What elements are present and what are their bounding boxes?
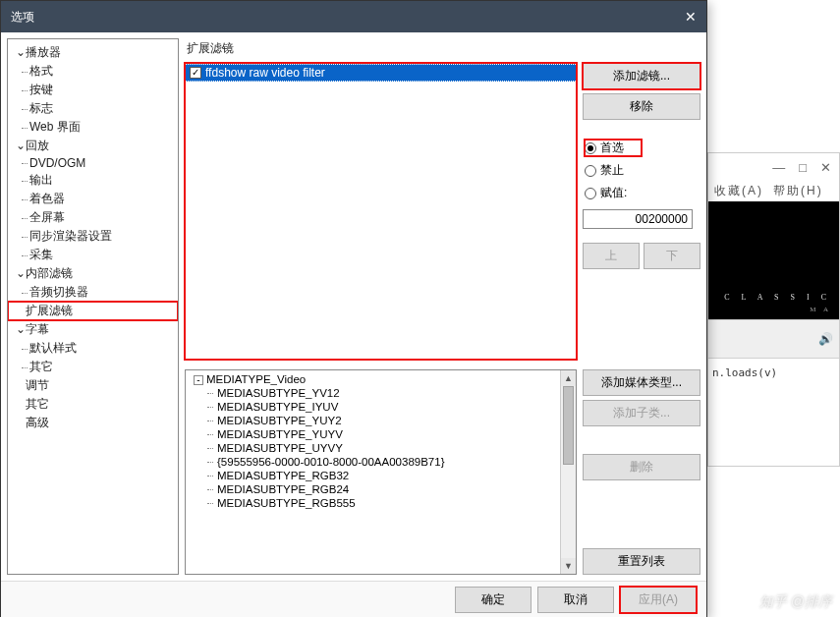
radio-icon	[585, 188, 596, 199]
bg-code-line: n.loads(v)	[708, 359, 839, 387]
filter-row[interactable]: ffdshow raw video filter	[186, 64, 576, 82]
tree-subtitles[interactable]: ⌄字幕	[8, 320, 178, 339]
radio-icon	[585, 165, 596, 177]
media-item[interactable]: MEDIASUBTYPE_IYUV	[188, 400, 574, 414]
media-item[interactable]: MEDIASUBTYPE_RGB32	[188, 469, 574, 482]
dialog-titlebar: 选项 ✕	[1, 1, 706, 32]
tree-default-style[interactable]: 默认样式	[8, 339, 178, 358]
scrollbar[interactable]: ▲ ▼	[560, 370, 576, 574]
close-icon[interactable]: ✕	[685, 9, 697, 25]
options-dialog: 选项 ✕ ⌄播放器 格式 按键 标志 Web 界面 ⌄回放 DVD/OGM 输出…	[0, 0, 707, 617]
merit-input[interactable]	[583, 209, 693, 229]
tree-playback[interactable]: ⌄回放	[8, 137, 178, 155]
player-logo-sub: M A	[810, 306, 831, 313]
scroll-up-icon[interactable]: ▲	[561, 370, 576, 386]
reset-list-button[interactable]: 重置列表	[583, 548, 700, 575]
tree-misc[interactable]: 其它	[8, 395, 178, 414]
player-logo: C L A S S I C	[724, 293, 831, 302]
filter-checkbox[interactable]	[190, 67, 201, 79]
volume-icon[interactable]: 🔊	[818, 332, 833, 346]
tree-external-filters[interactable]: 扩展滤镜	[8, 302, 178, 320]
media-item[interactable]: MEDIASUBTYPE_UYVY	[188, 441, 574, 455]
external-filter-list[interactable]: ffdshow raw video filter	[185, 63, 577, 360]
add-subtype-button[interactable]: 添加子类...	[583, 400, 700, 426]
bgwin-titlebar: — □ ✕	[708, 153, 839, 181]
watermark: 知乎 @排序	[759, 593, 832, 611]
tree-sync-renderer[interactable]: 同步渲染器设置	[8, 227, 178, 246]
tree-dvd[interactable]: DVD/OGM	[8, 155, 178, 171]
tree-advanced[interactable]: 高级	[8, 414, 178, 432]
radio-merit[interactable]: 赋值:	[585, 185, 700, 201]
video-area: C L A S S I C M A	[708, 201, 839, 319]
media-type-tree[interactable]: -MEDIATYPE_Video MEDIASUBTYPE_YV12 MEDIA…	[185, 369, 577, 575]
media-item[interactable]: MEDIASUBTYPE_RGB24	[188, 482, 574, 496]
move-down-button[interactable]: 下	[644, 243, 700, 269]
maximize-icon[interactable]: □	[799, 160, 807, 175]
media-item[interactable]: {59555956-0000-0010-8000-00AA00389B71}	[188, 455, 574, 469]
media-item[interactable]: MEDIASUBTYPE_RGB555	[188, 496, 574, 510]
tree-internal-filters[interactable]: ⌄内部滤镜	[8, 264, 178, 283]
dialog-title-text: 选项	[11, 9, 34, 26]
filter-label: ffdshow raw video filter	[205, 66, 325, 80]
tree-audio-switcher[interactable]: 音频切换器	[8, 283, 178, 302]
background-player-window: — □ ✕ 收藏(A) 帮助(H) C L A S S I C M A 🔊 n.…	[707, 152, 840, 467]
tree-logo[interactable]: 标志	[8, 99, 178, 118]
radio-block[interactable]: 禁止	[585, 162, 700, 179]
radio-icon	[585, 142, 596, 154]
apply-button[interactable]: 应用(A)	[620, 587, 697, 613]
ok-button[interactable]: 确定	[455, 587, 532, 613]
tree-shaders[interactable]: 着色器	[8, 190, 178, 208]
tree-subs-misc[interactable]: 其它	[8, 358, 178, 376]
delete-media-button[interactable]: 删除	[583, 454, 700, 480]
radio-prefer[interactable]: 首选	[585, 140, 642, 156]
add-media-type-button[interactable]: 添加媒体类型...	[583, 369, 700, 396]
scroll-down-icon[interactable]: ▼	[561, 558, 576, 574]
tree-capture[interactable]: 采集	[8, 246, 178, 264]
tree-webui[interactable]: Web 界面	[8, 118, 178, 137]
minimize-icon[interactable]: —	[772, 160, 785, 175]
bgwin-menubar: 收藏(A) 帮助(H)	[708, 181, 839, 201]
cancel-button[interactable]: 取消	[537, 587, 614, 613]
tree-player[interactable]: ⌄播放器	[8, 43, 178, 62]
remove-filter-button[interactable]: 移除	[583, 93, 700, 120]
seek-bar[interactable]: 🔊	[708, 319, 839, 359]
media-item[interactable]: MEDIASUBTYPE_YUY2	[188, 414, 574, 427]
category-tree[interactable]: ⌄播放器 格式 按键 标志 Web 界面 ⌄回放 DVD/OGM 输出 着色器 …	[7, 38, 179, 575]
menu-help[interactable]: 帮助(H)	[773, 183, 823, 199]
move-up-button[interactable]: 上	[583, 243, 640, 269]
menu-favorites[interactable]: 收藏(A)	[714, 183, 763, 199]
tree-fullscreen[interactable]: 全屏幕	[8, 208, 178, 227]
close-icon[interactable]: ✕	[820, 160, 831, 175]
media-root[interactable]: -MEDIATYPE_Video	[188, 372, 574, 386]
tree-keys[interactable]: 按键	[8, 81, 178, 99]
tree-output[interactable]: 输出	[8, 171, 178, 190]
panel-title: 扩展滤镜	[185, 38, 700, 63]
media-item[interactable]: MEDIASUBTYPE_YV12	[188, 386, 574, 400]
tree-format[interactable]: 格式	[8, 62, 178, 81]
collapse-icon[interactable]: -	[194, 375, 203, 385]
add-filter-button[interactable]: 添加滤镜...	[583, 63, 700, 89]
scroll-thumb[interactable]	[563, 386, 574, 465]
tree-tweaks[interactable]: 调节	[8, 376, 178, 395]
media-item[interactable]: MEDIASUBTYPE_YUYV	[188, 427, 574, 441]
dialog-footer: 确定 取消 应用(A)	[1, 581, 706, 617]
